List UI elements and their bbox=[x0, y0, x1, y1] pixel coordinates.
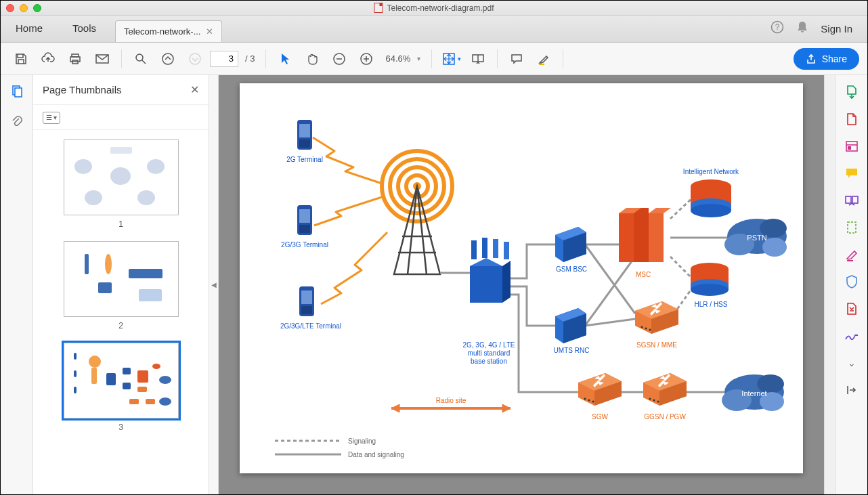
hand-tool-button[interactable] bbox=[300, 47, 324, 71]
export-pdf-icon[interactable] bbox=[844, 85, 859, 100]
phone-icon bbox=[297, 120, 312, 150]
sign-in-link[interactable]: Sign In bbox=[821, 23, 852, 35]
print-button[interactable] bbox=[63, 47, 87, 71]
svg-point-104 bbox=[691, 284, 729, 296]
body: Page Thumbnails ✕ ☰ ▾ 1 bbox=[1, 75, 867, 494]
tab-home[interactable]: Home bbox=[1, 15, 58, 42]
svg-text:2G, 3G, 4G / LTE: 2G, 3G, 4G / LTE bbox=[462, 341, 515, 349]
svg-rect-42 bbox=[471, 240, 477, 259]
svg-point-6 bbox=[136, 54, 143, 61]
zoom-in-button[interactable] bbox=[354, 47, 378, 71]
svg-point-9 bbox=[190, 53, 200, 64]
redact-icon[interactable] bbox=[844, 247, 859, 262]
email-button[interactable] bbox=[90, 47, 114, 71]
organize-pages-icon[interactable] bbox=[844, 220, 859, 235]
tab-document[interactable]: Telecom-network-... ✕ bbox=[115, 20, 222, 42]
prev-page-button[interactable] bbox=[156, 47, 180, 71]
svg-rect-26 bbox=[299, 209, 310, 223]
svg-rect-128 bbox=[852, 196, 858, 203]
svg-rect-22 bbox=[299, 124, 310, 137]
minimize-window-button[interactable] bbox=[20, 4, 28, 12]
vertical-scrollbar[interactable] bbox=[824, 75, 835, 494]
thumbnails-close-button[interactable]: ✕ bbox=[190, 83, 199, 96]
protect-icon[interactable] bbox=[844, 274, 859, 289]
collapse-right-rail-button[interactable] bbox=[844, 383, 859, 397]
document-canvas[interactable]: 2G Terminal 2G/3G Terminal 2G/3G/LTE Ter… bbox=[219, 75, 824, 494]
maximize-window-button[interactable] bbox=[33, 4, 41, 12]
svg-text:GSM BSC: GSM BSC bbox=[556, 265, 587, 273]
left-navigation-rail bbox=[1, 75, 33, 494]
read-mode-button[interactable] bbox=[466, 47, 490, 71]
fit-mode-button[interactable]: ▾ bbox=[439, 47, 463, 71]
svg-marker-71 bbox=[649, 208, 671, 213]
next-page-button[interactable] bbox=[183, 47, 207, 71]
svg-rect-45 bbox=[504, 242, 509, 259]
cloud-upload-button[interactable] bbox=[36, 47, 60, 71]
thumbnail-page-2-number: 2 bbox=[64, 321, 179, 330]
svg-point-90 bbox=[649, 398, 651, 400]
svg-rect-31 bbox=[301, 306, 312, 314]
svg-text:multi standard: multi standard bbox=[468, 349, 511, 357]
svg-text:2G/3G Terminal: 2G/3G Terminal bbox=[281, 241, 328, 249]
save-button[interactable] bbox=[9, 47, 33, 71]
svg-text:MSC: MSC bbox=[636, 271, 651, 278]
svg-rect-126 bbox=[848, 146, 851, 150]
more-tools-caret[interactable]: ⌄ bbox=[844, 356, 859, 370]
highlight-button[interactable] bbox=[531, 47, 556, 71]
tab-tools[interactable]: Tools bbox=[58, 15, 111, 42]
toolbar: / 3 64.6% ▾ ▾ Share bbox=[1, 43, 867, 75]
svg-point-8 bbox=[162, 53, 173, 64]
thumbnail-page-3[interactable]: 3 bbox=[64, 343, 179, 432]
svg-text:base station: base station bbox=[471, 358, 507, 365]
zoom-level-label[interactable]: 64.6% bbox=[381, 53, 414, 64]
attachments-rail-button[interactable] bbox=[11, 115, 23, 132]
help-icon[interactable]: ? bbox=[771, 20, 784, 37]
combine-files-icon[interactable] bbox=[844, 193, 859, 208]
svg-marker-41 bbox=[502, 261, 511, 303]
comment-button[interactable] bbox=[504, 47, 529, 71]
titlebar: Telecom-network-diagram.pdf bbox=[1, 1, 867, 16]
svg-point-76 bbox=[641, 326, 643, 328]
svg-text:Intelligent Network: Intelligent Network bbox=[683, 168, 739, 175]
svg-marker-118 bbox=[502, 404, 511, 412]
svg-text:Signaling: Signaling bbox=[348, 437, 376, 445]
svg-point-91 bbox=[653, 400, 655, 402]
select-tool-button[interactable] bbox=[273, 47, 297, 71]
thumbnail-page-3-number: 3 bbox=[64, 423, 179, 432]
close-window-button[interactable] bbox=[6, 4, 14, 12]
tabstrip-right: ? Sign In bbox=[771, 15, 867, 42]
page-number-input[interactable] bbox=[210, 51, 238, 67]
share-button[interactable]: Share bbox=[794, 48, 859, 70]
notifications-icon[interactable] bbox=[796, 20, 808, 37]
edit-pdf-icon[interactable] bbox=[844, 139, 859, 154]
app-window: Telecom-network-diagram.pdf Home Tools T… bbox=[0, 0, 868, 495]
svg-point-77 bbox=[645, 328, 647, 330]
thumbnail-page-2[interactable]: 2 bbox=[64, 241, 179, 330]
thumbnail-page-1[interactable]: 1 bbox=[64, 139, 179, 229]
comment-tool-icon[interactable] bbox=[844, 166, 859, 181]
svg-line-57 bbox=[670, 257, 693, 280]
thumbnails-title: Page Thumbnails bbox=[43, 84, 121, 95]
thumbnails-panel: Page Thumbnails ✕ ☰ ▾ 1 bbox=[33, 75, 209, 494]
zoom-dropdown-caret[interactable]: ▾ bbox=[417, 55, 420, 62]
thumbnails-rail-button[interactable] bbox=[10, 85, 24, 102]
svg-point-85 bbox=[592, 401, 594, 403]
svg-rect-129 bbox=[848, 222, 856, 233]
create-pdf-icon[interactable] bbox=[844, 112, 859, 127]
svg-rect-30 bbox=[301, 290, 312, 304]
svg-point-98 bbox=[691, 204, 731, 217]
thumbnails-options-button[interactable]: ☰ ▾ bbox=[43, 112, 60, 124]
find-button[interactable] bbox=[129, 47, 153, 71]
svg-line-56 bbox=[670, 198, 692, 219]
thumbnail-page-1-number: 1 bbox=[64, 219, 179, 229]
compress-pdf-icon[interactable] bbox=[844, 301, 859, 316]
svg-text:GGSN / PGW: GGSN / PGW bbox=[644, 413, 686, 421]
antenna-icon bbox=[382, 151, 452, 274]
collapse-left-panel-button[interactable]: ◀ bbox=[209, 75, 219, 494]
tab-close-button[interactable]: ✕ bbox=[206, 21, 213, 43]
fill-sign-icon[interactable] bbox=[844, 328, 859, 343]
share-button-label: Share bbox=[822, 53, 847, 64]
page-total-label: / 3 bbox=[245, 53, 255, 64]
zoom-out-button[interactable] bbox=[327, 47, 351, 71]
svg-text:HLR / HSS: HLR / HSS bbox=[695, 301, 728, 308]
